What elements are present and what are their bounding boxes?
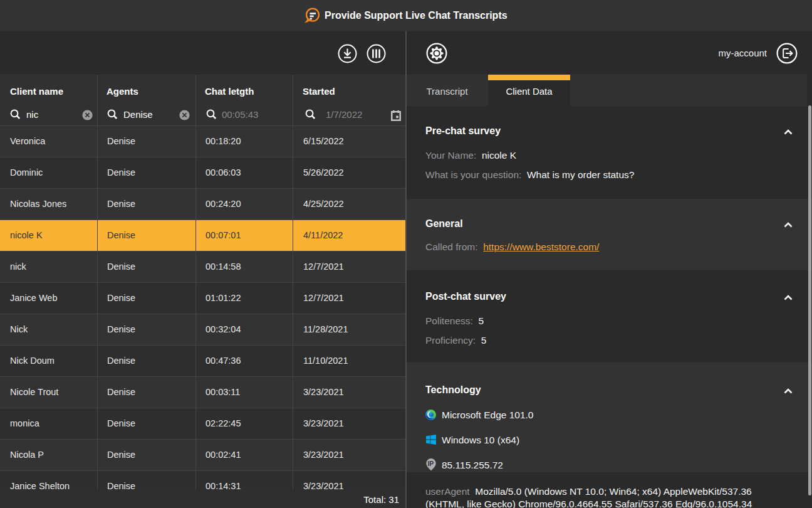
svg-text:IP: IP [427,460,434,467]
